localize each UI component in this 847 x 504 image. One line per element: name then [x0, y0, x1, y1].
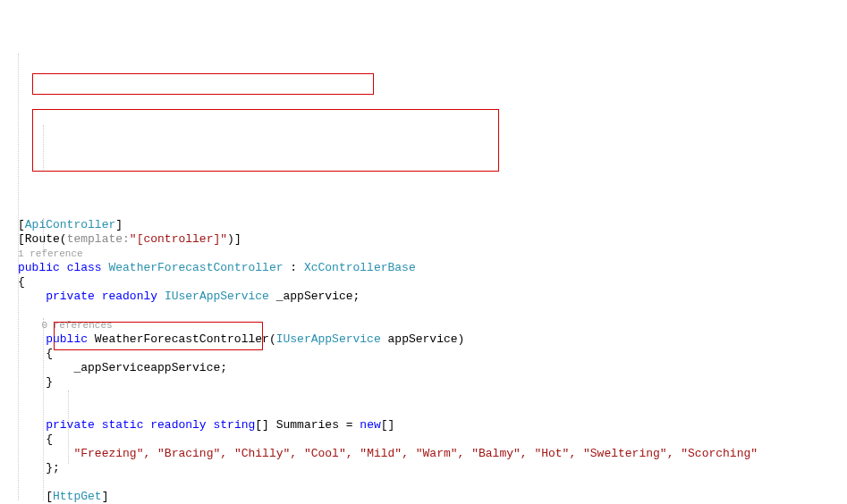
route-template: "[controller]" [130, 232, 227, 246]
summaries-field: Summaries [276, 418, 339, 432]
attr-route: Route [25, 232, 60, 246]
param-hint: template: [67, 232, 130, 246]
attr-httpget: HttpGet [53, 490, 102, 503]
field-name: _appService [276, 290, 353, 303]
ctor-name: WeatherForecastController [95, 332, 269, 346]
summaries-values: "Freezing", "Bracing", "Chilly", "Cool",… [73, 447, 758, 460]
ctor-param: appService [388, 332, 458, 346]
codelens-refs[interactable]: 1 reference [18, 248, 83, 259]
attr-api: ApiController [25, 218, 115, 231]
code-editor: [ApiController] [Route(template:"[contro… [18, 204, 847, 504]
field-type: IUserAppService [165, 290, 269, 303]
codelens-refs[interactable]: 0 references [41, 320, 112, 331]
base-class: XcControllerBase [304, 261, 416, 274]
class-name: WeatherForecastController [108, 261, 283, 274]
